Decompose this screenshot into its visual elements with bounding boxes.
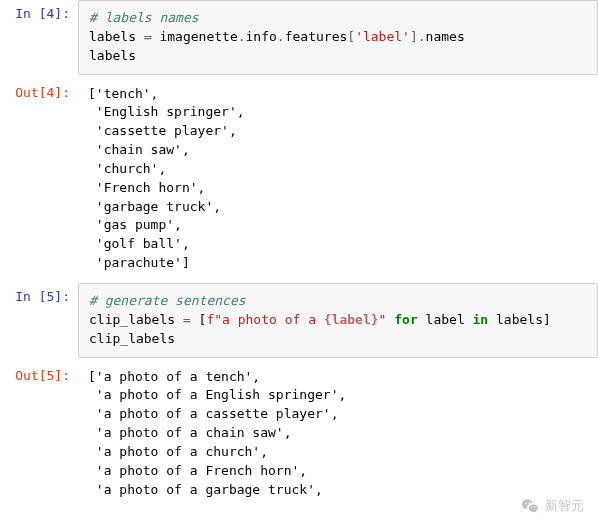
code-token: features bbox=[285, 29, 348, 44]
code-input[interactable]: # generate sentences clip_labels = [f"a … bbox=[78, 283, 598, 358]
input-prompt: In [4]: bbox=[0, 0, 78, 21]
code-token: labels bbox=[89, 29, 144, 44]
output-prompt: Out[5]: bbox=[0, 362, 78, 383]
code-token: labels bbox=[89, 48, 136, 63]
code-interp: {label} bbox=[324, 312, 379, 327]
comment: # labels names bbox=[89, 10, 199, 25]
input-prompt: In [5]: bbox=[0, 283, 78, 304]
code-token: clip_labels bbox=[89, 312, 183, 327]
code-token: names bbox=[426, 29, 465, 44]
code-token: labels] bbox=[488, 312, 551, 327]
code-token: . bbox=[418, 29, 426, 44]
code-cell: In [4]: # labels names labels = imagenet… bbox=[0, 0, 598, 75]
code-token: . bbox=[277, 29, 285, 44]
code-token: . bbox=[238, 29, 246, 44]
code-token: clip_labels bbox=[89, 331, 175, 346]
code-keyword: in bbox=[473, 312, 489, 327]
code-keyword: for bbox=[394, 312, 417, 327]
code-output: ['tench', 'English springer', 'cassette … bbox=[78, 79, 598, 279]
code-string: "a photo of a bbox=[214, 312, 324, 327]
output-cell: Out[5]: ['a photo of a tench', 'a photo … bbox=[0, 362, 598, 506]
code-token: = bbox=[183, 312, 191, 327]
code-token: ] bbox=[410, 29, 418, 44]
code-token: [ bbox=[191, 312, 207, 327]
code-output: ['a photo of a tench', 'a photo of a Eng… bbox=[78, 362, 598, 506]
comment: # generate sentences bbox=[89, 293, 246, 308]
output-prompt: Out[4]: bbox=[0, 79, 78, 100]
code-token: info bbox=[246, 29, 277, 44]
code-input[interactable]: # labels names labels = imagenette.info.… bbox=[78, 0, 598, 75]
code-cell: In [5]: # generate sentences clip_labels… bbox=[0, 283, 598, 358]
code-string: 'label' bbox=[355, 29, 410, 44]
code-token: label bbox=[418, 312, 473, 327]
code-token: [ bbox=[347, 29, 355, 44]
output-cell: Out[4]: ['tench', 'English springer', 'c… bbox=[0, 79, 598, 279]
code-token: = bbox=[144, 29, 152, 44]
code-token: imagenette bbox=[152, 29, 238, 44]
